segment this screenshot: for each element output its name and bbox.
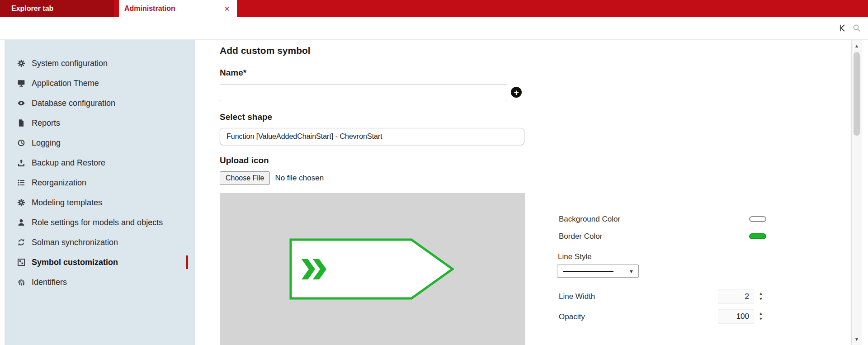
sidebar-item-database-configuration[interactable]: Database configuration: [5, 93, 195, 113]
file-status-text: No file chosen: [275, 174, 324, 183]
name-label: Name*: [220, 68, 246, 78]
sidebar-item-identifiers[interactable]: Identifiers: [5, 272, 195, 292]
upload-icon-label: Upload icon: [220, 156, 269, 165]
sidebar-item-reorganization[interactable]: Reorganization: [5, 173, 195, 193]
sidebar-item-backup-and-restore[interactable]: Backup and Restore: [5, 153, 195, 173]
sidebar-item-application-theme[interactable]: Application Theme: [5, 73, 195, 93]
sidebar-item-label: Role settings for models and objects: [32, 218, 163, 227]
background-color-label: Background Color: [559, 215, 620, 224]
scrollbar-thumb[interactable]: [854, 52, 860, 136]
sidebar-item-label: Identifiers: [32, 278, 67, 287]
tab-administration-label: Administration: [124, 5, 175, 13]
sidebar-item-label: Reports: [32, 118, 60, 128]
tab-administration[interactable]: Administration ×: [119, 0, 237, 17]
choose-file-button[interactable]: Choose File: [220, 171, 270, 185]
toolbar: [0, 17, 868, 40]
line-width-label: Line Width: [559, 292, 595, 301]
eye-icon: [17, 99, 25, 107]
document-icon: [17, 119, 25, 127]
spinner-down-icon[interactable]: ▼: [759, 317, 763, 321]
tab-explorer-label: Explorer tab: [11, 5, 53, 13]
gear-icon: [17, 59, 25, 67]
close-tab-icon[interactable]: ×: [224, 4, 230, 13]
add-symbol-button[interactable]: +: [511, 87, 522, 98]
clock-history-icon: [17, 139, 25, 147]
spinner-down-icon[interactable]: ▼: [759, 297, 763, 301]
file-upload-row: Choose File No file chosen: [220, 171, 324, 185]
collapse-panel-icon[interactable]: [837, 23, 847, 33]
scroll-up-button[interactable]: ▲: [852, 40, 862, 52]
sidebar-item-label: Modeling templates: [32, 198, 102, 208]
sync-arrows-icon: [17, 238, 25, 246]
sidebar-item-label: Application Theme: [32, 79, 99, 88]
opacity-label: Opacity: [559, 312, 585, 321]
sidebar-item-symbol-customization[interactable]: Symbol customization: [5, 252, 195, 272]
caret-down-icon: ▼: [629, 269, 634, 274]
line-width-input[interactable]: 2: [718, 289, 754, 304]
tab-bar: Explorer tab Administration ×: [0, 0, 868, 17]
person-icon: [17, 218, 25, 227]
chevron-shape: [289, 238, 454, 300]
sidebar-item-reports[interactable]: Reports: [5, 113, 195, 133]
administration-window: Explorer tab Administration × System con…: [0, 0, 868, 345]
name-input[interactable]: [220, 84, 507, 101]
sidebar-item-solman-synchronization[interactable]: Solman synchronization: [5, 232, 195, 252]
page-title: Add custom symbol: [220, 45, 311, 56]
scroll-down-icon: ▼: [854, 337, 859, 342]
line-style-dropdown[interactable]: ▼: [557, 265, 639, 278]
shape-select-value: Function [ValueAddedChainStart] - Chevro…: [226, 132, 382, 141]
search-icon[interactable]: [852, 24, 861, 33]
sidebar-item-label: Solman synchronization: [32, 238, 118, 247]
tab-explorer[interactable]: Explorer tab: [0, 0, 114, 17]
scroll-down-button[interactable]: ▼: [852, 333, 862, 345]
bullet-list-icon: [17, 179, 25, 187]
border-color-label: Border Color: [559, 232, 602, 241]
background-color-swatch[interactable]: [749, 216, 766, 222]
sidebar-item-label: System configuration: [32, 59, 108, 68]
select-shape-label: Select shape: [220, 112, 272, 122]
sidebar-item-label: Database configuration: [32, 99, 115, 108]
selected-item-indicator: [186, 255, 188, 269]
upload-tray-icon: [17, 159, 25, 167]
sidebar-item-modeling-templates[interactable]: Modeling templates: [5, 193, 195, 213]
gear-icon: [17, 198, 25, 207]
spinner-up-icon[interactable]: ▲: [759, 312, 763, 316]
sidebar: System configuration Application Theme D…: [5, 40, 195, 345]
plus-icon: +: [514, 88, 519, 97]
symbol-grid-icon: [17, 258, 25, 266]
opacity-input[interactable]: 100: [718, 309, 754, 324]
sidebar-item-label: Symbol customization: [32, 258, 118, 267]
sidebar-item-system-configuration[interactable]: System configuration: [5, 53, 195, 73]
shape-select[interactable]: Function [ValueAddedChainStart] - Chevro…: [220, 128, 524, 145]
border-color-swatch[interactable]: [749, 233, 766, 239]
vertical-scrollbar[interactable]: ▲ ▼: [851, 40, 862, 345]
sidebar-item-logging[interactable]: Logging: [5, 133, 195, 153]
symbol-preview: [220, 193, 525, 345]
spinner-up-icon[interactable]: ▲: [759, 292, 763, 296]
theme-monitor-icon: [17, 79, 25, 87]
sidebar-item-label: Backup and Restore: [32, 158, 105, 168]
opacity-spinner: ▲ ▼: [758, 312, 764, 321]
sidebar-item-role-settings[interactable]: Role settings for models and objects: [5, 213, 195, 232]
line-width-spinner: ▲ ▼: [758, 292, 764, 301]
scroll-up-icon: ▲: [854, 43, 859, 48]
line-style-solid-preview: [563, 271, 613, 272]
line-style-label: Line Style: [558, 252, 592, 261]
sidebar-item-label: Reorganization: [32, 178, 86, 188]
sidebar-item-label: Logging: [32, 138, 61, 148]
fingerprint-icon: [17, 278, 25, 286]
